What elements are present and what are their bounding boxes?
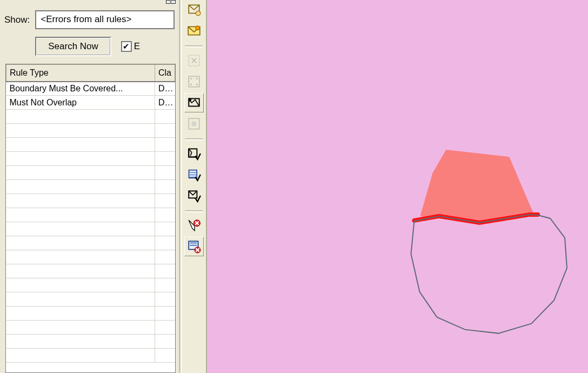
polygon-outline	[411, 215, 567, 334]
svg-point-8	[190, 84, 191, 85]
svg-rect-12	[191, 122, 196, 126]
close-button[interactable]: ×	[166, 0, 176, 4]
svg-point-1	[196, 11, 201, 16]
svg-rect-16	[189, 173, 196, 175]
svg-point-3	[195, 26, 199, 30]
table-row-empty	[6, 321, 175, 335]
cell-class: DLT	[155, 82, 175, 96]
topology-tools-icon[interactable]	[184, 114, 204, 134]
table-row-empty	[6, 307, 175, 321]
cell-rule-type: Must Not Overlap	[6, 96, 155, 110]
topology-toolbar	[181, 0, 206, 373]
table-row-empty	[6, 264, 175, 278]
table-row[interactable]: Boundary Must Be Covered...DLT	[6, 82, 175, 96]
table-row-empty	[6, 194, 175, 208]
table-row-empty	[6, 180, 175, 194]
table-row-empty	[6, 208, 175, 222]
svg-point-6	[190, 78, 191, 79]
table-row-empty	[6, 138, 175, 152]
svg-rect-15	[189, 170, 196, 172]
rule-filter-dropdown[interactable]: <Errors from all rules>	[35, 10, 175, 29]
attribute-check-icon[interactable]	[184, 165, 204, 184]
table-row-empty	[6, 335, 175, 349]
overlap-error-polygon	[420, 150, 533, 223]
rule-filter-value: <Errors from all rules>	[41, 14, 131, 24]
svg-point-7	[196, 78, 197, 79]
table-row-empty	[6, 166, 175, 180]
error-inspector-icon[interactable]	[184, 0, 204, 19]
svg-rect-5	[189, 76, 199, 87]
table-row-empty	[6, 250, 175, 264]
col-header-class[interactable]: Cla	[155, 64, 175, 82]
error-inspector-panel: × Show: <Errors from all rules> Search N…	[0, 0, 181, 373]
map-svg	[207, 0, 588, 373]
checkbox-label: E	[134, 41, 140, 52]
filter-area: Show: <Errors from all rules> Search Now…	[0, 5, 179, 56]
search-now-button[interactable]: Search Now	[35, 37, 111, 56]
table-row-empty	[6, 222, 175, 236]
svg-rect-21	[190, 242, 197, 243]
map-canvas[interactable]	[206, 0, 588, 373]
delete-error-icon[interactable]	[184, 216, 204, 235]
table-row-empty	[6, 124, 175, 138]
validate-selection-icon[interactable]	[184, 51, 204, 70]
table-row-empty	[6, 278, 175, 292]
svg-point-9	[196, 84, 197, 85]
col-header-rule-type[interactable]: Rule Type	[6, 64, 155, 82]
table-row-empty	[6, 349, 175, 363]
envelope-icon[interactable]	[184, 21, 204, 41]
errors-only-checkbox[interactable]: ✔	[121, 41, 132, 52]
show-label: Show:	[4, 15, 30, 25]
table-row-empty	[6, 152, 175, 166]
table-row-empty	[6, 292, 175, 307]
svg-rect-22	[190, 245, 197, 246]
mark-exception-icon[interactable]	[184, 237, 204, 256]
app-root: × Show: <Errors from all rules> Search N…	[0, 0, 588, 373]
fix-topology-icon[interactable]	[184, 93, 204, 112]
panel-titlebar: ×	[0, 0, 179, 5]
error-table-wrap: Rule Type Cla Boundary Must Be Covered..…	[5, 64, 176, 373]
table-row-empty	[6, 110, 175, 124]
feature-check-icon[interactable]	[184, 186, 204, 205]
cell-rule-type: Boundary Must Be Covered...	[6, 82, 155, 96]
table-row-empty	[6, 236, 175, 250]
svg-rect-17	[189, 175, 196, 177]
validate-extent-icon[interactable]	[184, 72, 204, 91]
validate-layer-check-icon[interactable]	[184, 144, 204, 163]
errors-only-checkbox-wrap: ✔ E	[121, 41, 140, 52]
error-table[interactable]: Rule Type Cla Boundary Must Be Covered..…	[6, 64, 175, 363]
table-row[interactable]: Must Not OverlapDLT	[6, 96, 175, 110]
cell-class: DLT	[155, 96, 175, 110]
